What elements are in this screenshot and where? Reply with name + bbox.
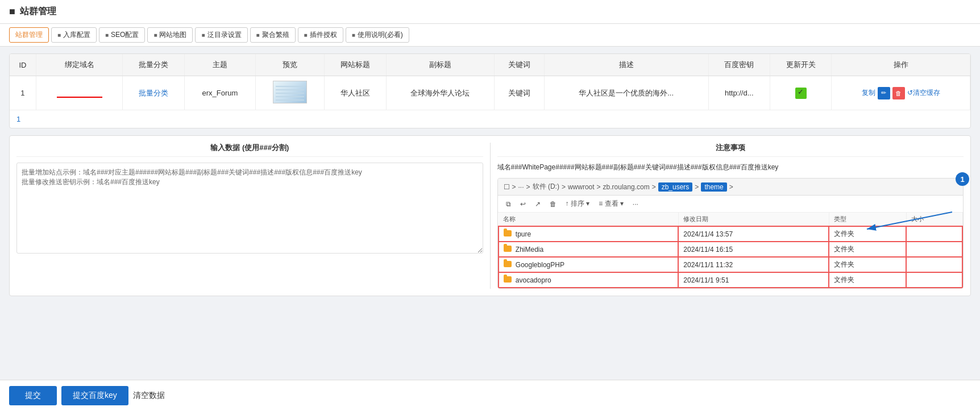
tab-plugin-auth[interactable]: ■ 插件授权 — [298, 27, 343, 43]
toolbar-more-icon[interactable]: ··· — [630, 199, 641, 209]
tab-icon: ■ — [57, 32, 61, 38]
tab-label: 插件授权 — [310, 30, 337, 40]
breadcrumb-sep: > — [562, 183, 566, 191]
tab-label: 使用说明(必看) — [358, 30, 403, 40]
breadcrumb-wwwroot: wwwroot — [568, 183, 595, 191]
fe-col-date: 修改日期 — [678, 213, 829, 226]
fe-file-date: 2024/11/4 13:57 — [678, 226, 829, 242]
fe-filename-text: ZhiMedia — [516, 246, 543, 254]
tab-site-management[interactable]: 站群管理 — [9, 27, 49, 43]
breadcrumb-sep: > — [526, 183, 530, 191]
copy-button[interactable]: 复制 — [862, 88, 875, 98]
fe-file-type: 文件夹 — [829, 226, 906, 242]
col-actions: 操作 — [832, 54, 970, 76]
annotation-badge: 1 — [956, 172, 969, 186]
sites-table: ID 绑定域名 批量分类 主题 预览 网站标题 副标题 关键词 描述 百度密钥 … — [10, 54, 970, 110]
toolbar-sort-icon[interactable]: ↑ 排序 ▾ — [563, 198, 592, 210]
delete-button[interactable]: 🗑 — [892, 87, 905, 99]
fe-file-size — [906, 257, 962, 272]
col-theme: 主题 — [184, 54, 255, 76]
file-explorer-container: ☐ > ··· > 软件 (D:) > wwwroot > zb.roulang… — [497, 178, 964, 289]
fe-file-type: 文件夹 — [829, 272, 906, 288]
toolbar-view-icon[interactable]: ≡ 查看 ▾ — [596, 198, 626, 210]
tab-icon: ■ — [352, 32, 355, 38]
preview-thumbnail — [273, 81, 307, 103]
cell-keywords: 关键词 — [494, 76, 544, 110]
fe-file-size — [906, 242, 962, 257]
tab-icon: ■ — [256, 32, 260, 38]
fe-file-row: tpure 2024/11/4 13:57 文件夹 — [499, 226, 963, 242]
notes-section-title: 注意事项 — [497, 143, 964, 157]
fe-breadcrumb: ☐ > ··· > 软件 (D:) > wwwroot > zb.roulang… — [498, 178, 964, 196]
toolbar-delete-icon[interactable]: 🗑 — [547, 199, 559, 209]
fe-filename-text: tpure — [516, 230, 531, 238]
breadcrumb-sep: > — [729, 183, 733, 191]
tab-instructions[interactable]: ■ 使用说明(必看) — [346, 27, 409, 43]
category-link[interactable]: 批量分类 — [139, 89, 168, 97]
tab-icon: ■ — [153, 32, 157, 38]
col-subtitle: 副标题 — [386, 54, 494, 76]
folder-icon — [504, 230, 512, 236]
col-baidu-key: 百度密钥 — [708, 54, 770, 76]
tab-icon: ■ — [105, 32, 109, 38]
fe-file-row: avocadopro 2024/11/1 9:51 文件夹 — [499, 272, 963, 288]
edit-button[interactable]: ✏ — [878, 87, 890, 99]
fe-file-table: 名称 修改日期 类型 大小 tpure — [498, 213, 964, 288]
annotation-badge-container: 1 — [956, 172, 969, 186]
fe-file-name: avocadopro — [499, 272, 679, 288]
fe-filename-text: avocadopro — [516, 276, 551, 284]
col-category: 批量分类 — [123, 54, 184, 76]
switch-icon[interactable]: ✓ — [795, 88, 807, 99]
file-explorer: ☐ > ··· > 软件 (D:) > wwwroot > zb.roulang… — [497, 178, 964, 289]
tab-seo-config[interactable]: ■ SEO配置 — [99, 27, 145, 43]
fe-file-name: GoogleblogPHP — [499, 257, 679, 272]
tab-label: 入库配置 — [63, 30, 90, 40]
fe-col-type: 类型 — [829, 213, 906, 226]
breadcrumb-sep: > — [512, 183, 516, 191]
tab-sitemap[interactable]: ■ 网站地图 — [147, 27, 193, 43]
tab-label: SEO配置 — [111, 30, 139, 40]
notes-area: 域名###WhitePage#####网站标题###副标题###关键词###描述… — [497, 163, 964, 289]
fe-file-name: ZhiMedia — [499, 242, 679, 257]
section-divider — [490, 143, 491, 289]
main-content: ID 绑定域名 批量分类 主题 预览 网站标题 副标题 关键词 描述 百度密钥 … — [0, 47, 980, 310]
col-id: ID — [10, 54, 36, 76]
breadcrumb-sep: > — [652, 183, 656, 191]
tab-label: 聚合繁殖 — [262, 30, 289, 40]
batch-data-textarea[interactable]: 批量增加站点示例：域名###对应主题######网站标题###副标题###关键词… — [16, 163, 483, 254]
tab-label: 网站地图 — [159, 30, 186, 40]
cell-switch: ✓ — [770, 76, 831, 110]
pagination: 1 — [10, 110, 970, 128]
toolbar-copy-icon[interactable]: ⧉ — [504, 199, 513, 209]
tab-warehouse-config[interactable]: ■ 入库配置 — [51, 27, 97, 43]
col-keywords: 关键词 — [494, 54, 544, 76]
breadcrumb-zbusers[interactable]: zb_users — [658, 182, 693, 192]
col-title: 网站标题 — [325, 54, 386, 76]
action-buttons: 复制 ✏ 🗑 ↺清空缓存 — [836, 87, 965, 99]
input-left-panel: 输入数据 (使用###分割) 批量增加站点示例：域名###对应主题######网… — [16, 143, 483, 289]
tab-aggregation[interactable]: ■ 聚合繁殖 — [250, 27, 296, 43]
col-description: 描述 — [544, 54, 708, 76]
fe-file-date: 2024/11/1 11:32 — [678, 257, 829, 272]
cell-category: 批量分类 — [123, 76, 184, 110]
clear-cache-button[interactable]: ↺清空缓存 — [907, 88, 940, 98]
cell-domain — [36, 76, 122, 110]
page-header: ■ 站群管理 — [0, 0, 980, 24]
page-number[interactable]: 1 — [16, 115, 20, 123]
toolbar-share-icon[interactable]: ↗ — [533, 199, 543, 209]
tab-label: 泛目录设置 — [207, 30, 242, 40]
breadcrumb-theme[interactable]: theme — [701, 182, 726, 192]
notes-right-panel: 注意事项 域名###WhitePage#####网站标题###副标题###关键词… — [497, 143, 964, 289]
col-switch: 更新开关 — [770, 54, 831, 76]
tab-label: 站群管理 — [15, 30, 43, 40]
fe-col-size: 大小 — [906, 213, 962, 226]
tab-directory-settings[interactable]: ■ 泛目录设置 — [195, 27, 247, 43]
input-notes-section: 输入数据 (使用###分割) 批量增加站点示例：域名###对应主题######网… — [9, 135, 971, 296]
fe-toolbar: ⧉ ↩ ↗ 🗑 ↑ 排序 ▾ ≡ 查看 ▾ ··· — [498, 196, 964, 213]
breadcrumb-drive: 软件 (D:) — [533, 182, 559, 192]
fe-file-row: ZhiMedia 2024/11/4 16:15 文件夹 — [499, 242, 963, 257]
table-section: ID 绑定域名 批量分类 主题 预览 网站标题 副标题 关键词 描述 百度密钥 … — [9, 53, 971, 128]
fe-file-date: 2024/11/1 9:51 — [678, 272, 829, 288]
fe-file-type: 文件夹 — [829, 257, 906, 272]
toolbar-back-icon[interactable]: ↩ — [518, 199, 528, 209]
